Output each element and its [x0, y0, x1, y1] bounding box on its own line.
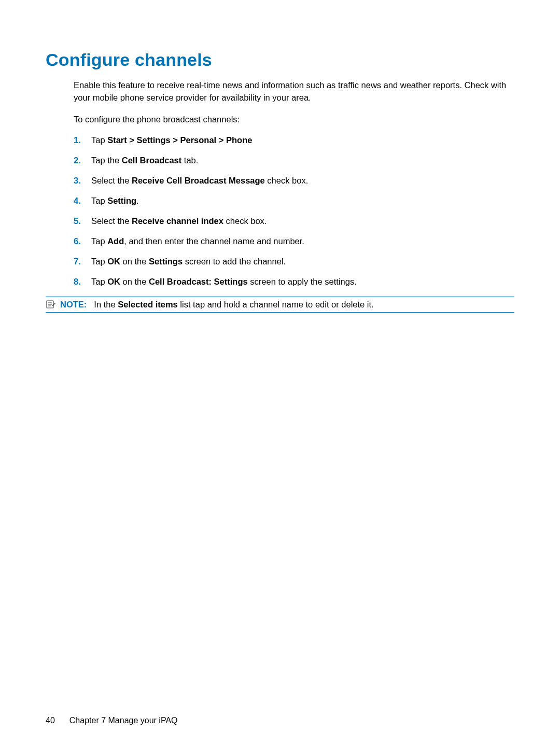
step-item-5: 5. Select the Receive channel index chec…	[74, 215, 514, 227]
step-item-4: 4. Tap Setting.	[74, 195, 514, 207]
step-number: 1.	[74, 134, 91, 146]
step-number: 8.	[74, 276, 91, 288]
note-label: NOTE:	[60, 300, 87, 309]
step-item-3: 3. Select the Receive Cell Broadcast Mes…	[74, 175, 514, 187]
step-item-6: 6. Tap Add, and then enter the channel n…	[74, 235, 514, 247]
chapter-title: Chapter 7 Manage your iPAQ	[69, 716, 178, 725]
step-text: Tap the Cell Broadcast tab.	[91, 154, 198, 166]
intro-paragraph-1: Enable this feature to receive real-time…	[74, 79, 514, 104]
step-text: Select the Receive channel index check b…	[91, 215, 267, 227]
step-number: 7.	[74, 256, 91, 268]
step-number: 2.	[74, 154, 91, 166]
page-number: 40	[46, 716, 55, 725]
step-item-7: 7. Tap OK on the Settings screen to add …	[74, 256, 514, 268]
step-number: 4.	[74, 195, 91, 207]
step-text: Tap OK on the Cell Broadcast: Settings s…	[91, 276, 357, 288]
note-box: NOTE:In the Selected items list tap and …	[46, 297, 514, 313]
page-content: Configure channels Enable this feature t…	[46, 50, 514, 313]
step-text: Select the Receive Cell Broadcast Messag…	[91, 175, 308, 187]
step-item-2: 2. Tap the Cell Broadcast tab.	[74, 154, 514, 166]
note-icon	[46, 300, 56, 309]
note-content: NOTE:In the Selected items list tap and …	[60, 299, 374, 311]
section-heading: Configure channels	[46, 50, 514, 70]
step-text: Tap Setting.	[91, 195, 139, 207]
steps-list: 1. Tap Start > Settings > Personal > Pho…	[74, 134, 514, 288]
intro-paragraph-2: To configure the phone broadcast channel…	[74, 114, 514, 126]
step-item-8: 8. Tap OK on the Cell Broadcast: Setting…	[74, 276, 514, 288]
step-text: Tap Start > Settings > Personal > Phone	[91, 134, 252, 146]
step-number: 5.	[74, 215, 91, 227]
step-text: Tap OK on the Settings screen to add the…	[91, 256, 286, 268]
page-footer: 40Chapter 7 Manage your iPAQ	[46, 716, 178, 725]
step-item-1: 1. Tap Start > Settings > Personal > Pho…	[74, 134, 514, 146]
step-number: 6.	[74, 235, 91, 247]
step-text: Tap Add, and then enter the channel name…	[91, 235, 304, 247]
step-number: 3.	[74, 175, 91, 187]
